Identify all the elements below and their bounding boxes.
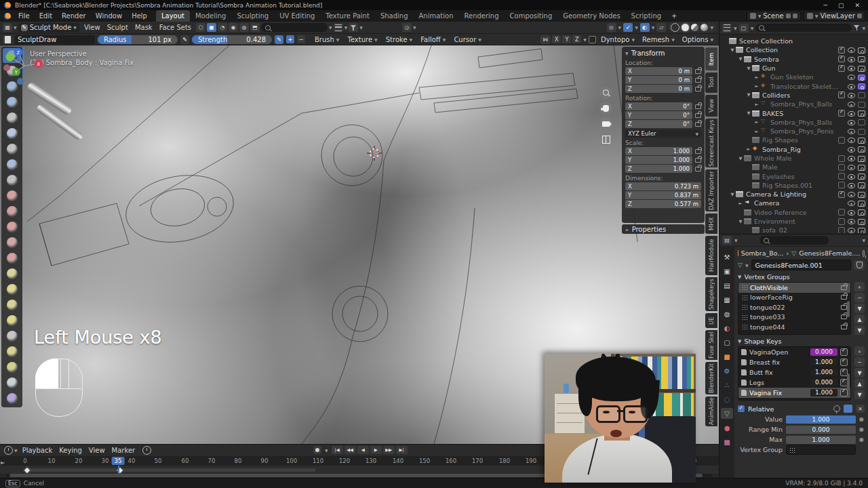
lock-icon[interactable] [695, 113, 701, 118]
selectable-checkbox[interactable] [838, 182, 845, 188]
hide-eye-icon[interactable] [848, 174, 855, 180]
playhead[interactable] [118, 466, 119, 474]
menu-item[interactable]: File [14, 12, 35, 20]
render-camera-icon[interactable] [858, 47, 865, 54]
hide-eye-icon[interactable] [848, 201, 855, 206]
transport-button[interactable]: |◀ [332, 446, 343, 454]
outliner-item-label[interactable]: sofa_02 [762, 226, 787, 233]
expand-arrow-icon[interactable]: ► [753, 102, 760, 107]
outliner-row[interactable]: Rig Shapes.001 [719, 181, 868, 190]
lock-icon[interactable] [695, 69, 701, 74]
expand-arrow-icon[interactable]: ► [737, 201, 744, 206]
sculpt-tool-button[interactable] [3, 95, 21, 110]
list-scrollbar[interactable] [847, 373, 850, 390]
outliner-item-label[interactable]: Sombra_Rig [762, 146, 801, 153]
outliner-filter-collection-icon[interactable]: ▢ [739, 24, 749, 33]
location-field[interactable]: Y0 m [625, 76, 692, 84]
timeline-menu-item[interactable]: Keying [56, 447, 85, 454]
sculpt-tool-button[interactable] [3, 313, 21, 328]
workspace-tab[interactable]: Animation [414, 10, 459, 22]
multires-toggle-icon[interactable]: ◉ [229, 23, 238, 32]
radius-slider[interactable]: Radius 101 px [98, 35, 178, 44]
outliner-row[interactable]: ▼ Sombra [719, 55, 868, 64]
outliner-item-label[interactable]: Sombra [754, 56, 779, 63]
expand-arrow-icon[interactable]: ► [745, 146, 752, 152]
vertex-group-specials-button[interactable]: ▼ [854, 304, 865, 313]
shape-key-value[interactable]: 1.000 [810, 359, 837, 366]
timeline-editor-icon[interactable] [4, 446, 13, 455]
scale-field[interactable]: X1.000 [625, 147, 692, 155]
outliner-row[interactable]: ▼ BAKES [719, 108, 868, 117]
object-type-visibility-icon[interactable]: ◎ [607, 23, 616, 32]
add-vertex-group-button[interactable]: ＋ [854, 282, 865, 291]
options-dropdown[interactable]: Options▼ [679, 35, 716, 44]
rotation-field[interactable]: Z0° [625, 120, 692, 128]
hide-eye-icon[interactable] [848, 102, 855, 107]
vertex-group-name[interactable]: ClothVisible [750, 284, 788, 291]
selectable-checkbox[interactable] [838, 56, 845, 62]
properties-collapsed-panel[interactable]: ►Properties [622, 224, 705, 234]
render-camera-icon[interactable] [858, 146, 865, 152]
overlays-toggle-icon[interactable]: ◐ [640, 23, 650, 32]
lock-icon[interactable] [841, 305, 847, 310]
list-scrollbar[interactable] [847, 301, 850, 317]
dimension-field[interactable]: X0.723 m [625, 182, 701, 190]
outliner-row[interactable]: Eyelashes [719, 171, 868, 180]
outliner-row[interactable]: ▼ Camera & Lighting [719, 190, 868, 199]
vertex-group-field[interactable] [786, 445, 856, 455]
selectable-checkbox[interactable] [838, 218, 845, 225]
timeline-menu-item[interactable]: Playback [19, 447, 56, 454]
mesh-name-field[interactable]: Genesis8Female.001 [751, 260, 851, 270]
sculpt-tool-button[interactable] [3, 204, 21, 219]
expand-arrow-icon[interactable]: ► [753, 119, 760, 125]
outliner-search[interactable] [755, 24, 852, 32]
timeline-menu-item[interactable]: Marker [108, 447, 139, 454]
vertex-groups-panel-header[interactable]: ▼Vertex Groups [738, 272, 865, 282]
relative-checkbox[interactable] [738, 405, 745, 412]
radius-pressure-icon[interactable]: ✎ [180, 35, 189, 44]
outliner-row[interactable]: ▼ Colliders [719, 91, 868, 100]
remesh-toggle-icon[interactable]: ◍ [239, 23, 249, 32]
outliner-item-label[interactable]: Environment [754, 218, 795, 225]
outliner-item-label[interactable]: Eyelashes [762, 173, 795, 180]
auto-keying-button[interactable] [313, 446, 321, 454]
hide-eye-icon[interactable] [848, 210, 855, 216]
hide-eye-icon[interactable] [848, 165, 855, 170]
transport-button[interactable]: ▶ [370, 446, 382, 454]
transform-orientation-icon[interactable] [334, 23, 343, 32]
gizmo-y-neg-axis[interactable] [6, 53, 15, 62]
render-camera-icon[interactable] [858, 209, 865, 216]
vertex-group-name[interactable]: lowerFaceRig [750, 293, 793, 301]
sculpt-tool-button[interactable] [3, 282, 21, 297]
properties-tab-icon[interactable]: ▣ [721, 266, 733, 277]
sidebar-tab[interactable]: Fuse Skel [705, 330, 717, 360]
vertex-group-row[interactable]: tongue033 [738, 312, 850, 323]
strength-pressure-icon[interactable]: ✎ [275, 35, 283, 44]
sculpt-tool-button[interactable] [3, 329, 21, 344]
lock-icon[interactable] [695, 122, 701, 127]
timeline-expand-arrow[interactable]: ► [1, 460, 5, 466]
outliner-row[interactable]: ► Translocator Skeleton [719, 81, 868, 90]
filter-icon[interactable] [854, 25, 860, 30]
selectable-checkbox[interactable] [838, 155, 845, 162]
range-max-field[interactable]: 1.000 [786, 436, 856, 444]
sculpt-tool-button[interactable] [3, 391, 21, 406]
menu-item[interactable]: Render [57, 12, 91, 20]
workspace-tab[interactable]: Compositing [505, 10, 558, 22]
zoom-button[interactable] [599, 86, 612, 99]
dyntopo-dropdown[interactable]: Dyntopo▼ [598, 35, 637, 44]
selectable-checkbox[interactable] [838, 191, 845, 198]
annotate-icon[interactable]: ◶ [402, 23, 412, 32]
outliner-row[interactable]: Rig Shapes [719, 136, 868, 144]
hide-eye-icon[interactable] [848, 192, 855, 197]
properties-tab-icon[interactable]: ◌ [721, 394, 733, 405]
transport-button[interactable]: ▶| [396, 446, 408, 454]
outliner-item-label[interactable]: Collection [746, 46, 778, 54]
outliner-item-label[interactable]: Camera [754, 199, 779, 207]
hide-eye-icon[interactable] [848, 228, 855, 233]
timeline-menu-item[interactable]: View [85, 447, 108, 454]
brush-subtract-icon[interactable]: − [297, 35, 305, 43]
outliner-row[interactable]: ► Sombra_Phys_Balls [719, 100, 868, 108]
lock-icon[interactable] [841, 325, 847, 329]
sculpt-tool-button[interactable] [3, 110, 21, 125]
